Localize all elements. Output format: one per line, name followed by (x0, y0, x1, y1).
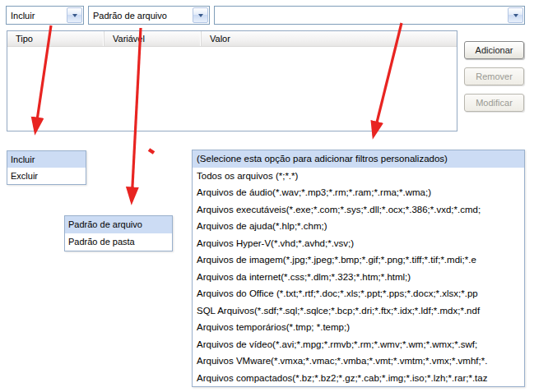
dropdown-option[interactable]: Arquivos Hyper-V(*.vhd;*.avhd;*.vsv;) (193, 235, 524, 252)
annotation-dash-mark (149, 150, 154, 153)
dropdown-option[interactable]: Arquivos da internet(*.css;*.dlm;*.323;*… (193, 269, 524, 286)
filter-value-combobox-value (215, 7, 507, 24)
pattern-type-combobox-value: Padrão de arquivo (89, 7, 192, 24)
dropdown-option[interactable]: Arquivos temporários(*.tmp; *.temp;) (193, 319, 524, 336)
column-header-tipo[interactable]: Tipo (7, 31, 104, 46)
chevron-down-icon (198, 14, 203, 17)
add-button[interactable]: Adicionar (464, 41, 524, 59)
dropdown-option[interactable]: Arquivos de vídeo(*.avi;*.mpg;*.rmvb;*.r… (193, 336, 524, 353)
dropdown-option[interactable]: Arquivos de áudio(*.wav;*.mp3;*.rm;*.ram… (193, 184, 524, 201)
filter-value-combobox-dropdown-button[interactable] (508, 7, 523, 23)
dropdown-option[interactable]: SQL Arquivos(*.sdf;*.sql;*.sqlce;*.bcp;*… (193, 302, 524, 320)
chevron-down-icon (513, 14, 518, 17)
column-header-variavel[interactable]: Variável (104, 31, 202, 46)
dropdown-option[interactable]: Padrão de arquivo (65, 216, 172, 233)
pattern-type-combobox-dropdown-button[interactable] (193, 7, 208, 23)
dropdown-option[interactable]: Arquivos de imagem(*.jpg;*.jpeg;*.bmp;*.… (193, 251, 524, 269)
chevron-down-icon (72, 14, 77, 17)
filter-value-combobox[interactable] (214, 6, 525, 25)
column-header-valor[interactable]: Valor (202, 31, 457, 46)
dropdown-option[interactable]: Arquivos compactados(*.bz;*.bz2;*.gz;*.c… (193, 370, 524, 387)
include-exclude-options-list: Incluir Excluir (7, 150, 86, 185)
dropdown-option[interactable]: Arquivos executáveis(*.exe;*.com;*.sys;*… (193, 201, 524, 219)
remove-button[interactable]: Remover (464, 67, 524, 85)
dropdown-option[interactable]: Todos os arquivos (*;*.*) (193, 168, 524, 185)
dropdown-option[interactable]: (Selecione esta opção para adicionar fil… (193, 150, 524, 168)
dropdown-option[interactable]: Incluir (7, 151, 86, 168)
dropdown-option[interactable]: Excluir (7, 168, 86, 184)
dropdown-option[interactable]: Arquivos do Office (*.txt;*.rtf;*.doc;*.… (193, 285, 524, 302)
include-exclude-combobox[interactable]: Incluir (6, 6, 84, 25)
filters-table-empty-body (7, 47, 457, 131)
dropdown-option[interactable]: Arquivos VMware(*.vmxa;*.vmac;*.vmba;*.v… (193, 353, 524, 370)
filter-presets-options-list: (Selecione esta opção para adicionar fil… (192, 150, 525, 387)
filters-table: Tipo Variável Valor (7, 30, 457, 131)
filters-table-header: Tipo Variável Valor (7, 31, 457, 47)
pattern-type-options-list: Padrão de arquivo Padrão de pasta (64, 215, 173, 251)
pattern-type-combobox[interactable]: Padrão de arquivo (88, 6, 210, 25)
dropdown-option[interactable]: Arquivos de ajuda(*.hlp;*.chm;) (193, 218, 524, 235)
dropdown-option[interactable]: Padrão de pasta (65, 233, 172, 251)
filter-configuration-panel: Incluir Padrão de arquivo Tipo Variável … (0, 0, 534, 392)
modify-button[interactable]: Modificar (464, 94, 524, 112)
include-exclude-combobox-value: Incluir (7, 7, 66, 24)
include-exclude-combobox-dropdown-button[interactable] (67, 7, 82, 23)
